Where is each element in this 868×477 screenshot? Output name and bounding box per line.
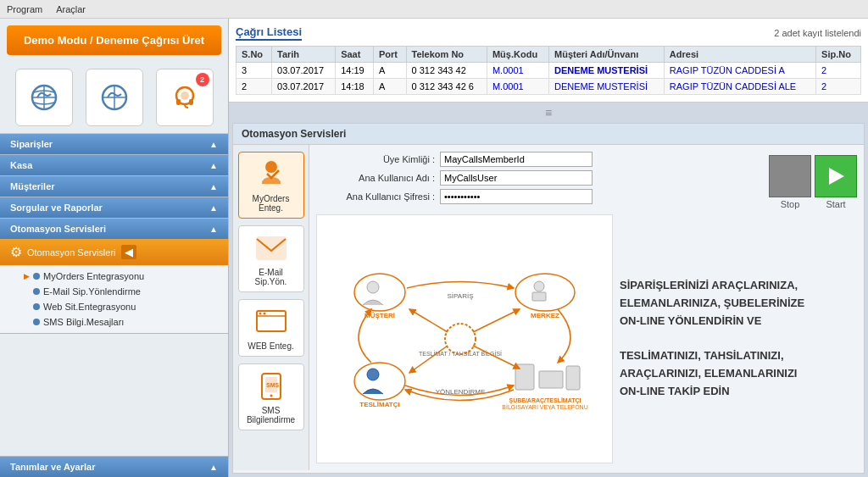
start-button[interactable] (815, 155, 857, 197)
svg-rect-7 (176, 99, 181, 105)
row2-sipno[interactable]: 2 (816, 79, 861, 95)
tree-arrow-icon: ▶ (24, 272, 30, 280)
row1-tarih: 03.07.2017 (272, 63, 336, 79)
sorgular-section: Sorgular ve Raporlar ▲ (0, 197, 228, 219)
row1-sno: 3 (236, 63, 272, 79)
stop-button[interactable] (769, 155, 811, 197)
service-email-button[interactable]: E-Mail Sip.Yön. (238, 225, 304, 292)
sidebar-item-sms[interactable]: ▶ SMS Bilgi.Mesajları (0, 314, 228, 330)
menu-program[interactable]: Program (7, 4, 42, 14)
otomasyon-nav-header[interactable]: Otomasyon Servisleri ▲ (0, 219, 228, 239)
member-id-row: Üye Kimliği : (316, 152, 762, 167)
musteriler-section: Müşteriler ▲ (0, 176, 228, 197)
row1-adres[interactable]: RAGIP TÜZÜN CADDESİ A (664, 63, 815, 79)
otomasyon-gear-icon: ⚙ (10, 244, 22, 260)
row2-sno: 2 (236, 79, 272, 95)
table-row: 3 03.07.2017 14:19 A 0 312 343 42 M.0001… (236, 63, 861, 79)
row2-muskodu[interactable]: M.0001 (487, 79, 548, 95)
diagram-text-line6: ARAÇLARINIZI, ELEMANLARINIZI (620, 367, 797, 380)
otomasyon-sub-header: ⚙ Otomasyon Servisleri ◀ (0, 239, 228, 265)
row1-telekom: 0 312 343 42 (406, 63, 487, 79)
otomasyon-panel: Otomasyon Servisleri MyOrders Enteg. (232, 123, 865, 474)
otomasyon-panel-title: Otomasyon Servisleri (233, 124, 864, 145)
otomasyon-collapse-button[interactable]: ◀ (121, 245, 136, 259)
svg-point-31 (367, 369, 379, 380)
kasa-arrow-icon: ▲ (209, 161, 218, 170)
call-table-head: S.No Tarih Saat Port Telekom No Müş.Kodu… (236, 47, 861, 63)
svg-rect-8 (189, 99, 193, 105)
row1-muskodu[interactable]: M.0001 (487, 63, 548, 79)
form-and-buttons: Üye Kimliği : Ana Kullanıcı Adı : Ana Ku… (316, 152, 857, 209)
col-sno: S.No (236, 47, 272, 63)
kasa-nav-header[interactable]: Kasa ▲ (0, 155, 228, 175)
call-list-header: Çağrı Listesi 2 adet kayıt listelendi (236, 25, 861, 41)
email-icon-label: E-Mail Sip.Yön. (242, 268, 300, 286)
diagram-text-line5: TESLİMATINIZI, TAHSİLATINIZI, (620, 349, 784, 362)
globe-icon-box[interactable] (86, 69, 143, 126)
row2-adres[interactable]: RAGIP TÜZÜN CADDESİ ALE (664, 79, 815, 95)
otomasyon-panel-content: MyOrders Enteg. E-Mail Sip.Yön. (233, 145, 864, 470)
stop-label: Stop (781, 199, 800, 209)
svg-rect-34 (539, 371, 563, 388)
diagram-text-line7: ON-LINE TAKİP EDİN (620, 385, 730, 397)
myorders-icon (254, 158, 288, 191)
username-input[interactable] (440, 170, 593, 186)
web-icon (254, 305, 288, 339)
service-myorders-button[interactable]: MyOrders Enteg. (238, 152, 304, 219)
svg-text:BİLGİSAYARI VEYA TELEFONU: BİLGİSAYARI VEYA TELEFONU (502, 403, 587, 410)
myorders-label: MyOrders Entegrasyonu (43, 271, 144, 281)
username-row: Ana Kullanıcı Adı : (316, 170, 762, 186)
musteriler-nav-header[interactable]: Müşteriler ▲ (0, 176, 228, 197)
headset-icon (170, 82, 200, 113)
row2-musadi[interactable]: DENEME MUSTERİSİ (549, 79, 665, 95)
svg-point-10 (265, 161, 277, 173)
svg-point-15 (263, 313, 265, 315)
action-buttons: Stop Start (769, 152, 857, 209)
tanimlar-nav-header[interactable]: Tanımlar ve Ayarlar ▲ (0, 456, 228, 477)
call-list-section: Çağrı Listesi 2 adet kayıt listelendi S.… (229, 19, 868, 103)
dot-icon (33, 303, 40, 310)
svg-point-18 (270, 395, 272, 397)
otomasyon-label: Otomasyon Servisleri (10, 224, 106, 234)
sms-label: SMS Bilgi.Mesajları (43, 317, 124, 327)
service-web-button[interactable]: WEB Enteg. (238, 299, 304, 357)
email-label: E-Mail Sip.Yönlendirme (43, 286, 141, 297)
row1-saat: 14:19 (336, 63, 374, 79)
musteriler-arrow-icon: ▲ (209, 182, 218, 191)
service-icons-panel: MyOrders Enteg. E-Mail Sip.Yön. (233, 145, 309, 470)
row1-sipno[interactable]: 2 (816, 63, 861, 79)
separator: ≡ (229, 103, 868, 123)
svg-point-9 (181, 92, 189, 100)
sidebar-item-web[interactable]: ▶ Web Sit.Entegrasyonu (0, 299, 228, 314)
musteriler-label: Müşteriler (10, 181, 55, 191)
monitor-icon-box[interactable] (15, 69, 73, 126)
sorgular-nav-header[interactable]: Sorgular ve Raporlar ▲ (0, 197, 228, 218)
col-sipno: Sip.No (816, 47, 861, 63)
siparisler-section: Siparişler ▲ (0, 134, 228, 155)
username-label: Ana Kullanıcı Adı : (316, 173, 435, 183)
menu-araclar[interactable]: Araçlar (56, 4, 86, 14)
demo-button[interactable]: Demo Modu / Deneme Çağrısı Üret (7, 25, 221, 55)
sidebar-item-myorders[interactable]: ▶ MyOrders Entegrasyonu (0, 269, 228, 284)
sorgular-label: Sorgular ve Raporlar (10, 202, 103, 213)
service-sms-button[interactable]: SMS SMS Bilgilendirme (238, 363, 304, 430)
row2-port: A (373, 79, 406, 95)
siparisler-arrow-icon: ▲ (209, 140, 218, 149)
dot-icon (33, 273, 40, 280)
col-telekom: Telekom No (406, 47, 487, 63)
play-icon (824, 164, 848, 188)
siparisler-nav-header[interactable]: Siparişler ▲ (0, 134, 228, 154)
icon-row: 2 (0, 62, 228, 134)
headset-icon-box[interactable]: 2 (156, 69, 214, 126)
sidebar-item-email[interactable]: ▶ E-Mail Sip.Yönlendirme (0, 284, 228, 299)
otomasyon-subitems: ⚙ Otomasyon Servisleri ◀ ▶ MyOrders Ente… (0, 239, 228, 333)
member-id-input[interactable] (440, 152, 593, 167)
otomasyon-tree: ▶ MyOrders Entegrasyonu ▶ E-Mail Sip.Yön… (0, 265, 228, 333)
service-main-panel: Üye Kimliği : Ana Kullanıcı Adı : Ana Ku… (309, 145, 864, 470)
member-id-label: Üye Kimliği : (316, 154, 435, 164)
svg-rect-27 (532, 292, 546, 301)
row1-musadi[interactable]: DENEME MUSTERİSİ (549, 63, 665, 79)
monitor-icon (29, 82, 59, 113)
svg-text:ŞUBE/ARAÇ/TESLİMATÇI: ŞUBE/ARAÇ/TESLİMATÇI (509, 397, 581, 404)
password-input[interactable] (440, 189, 593, 204)
